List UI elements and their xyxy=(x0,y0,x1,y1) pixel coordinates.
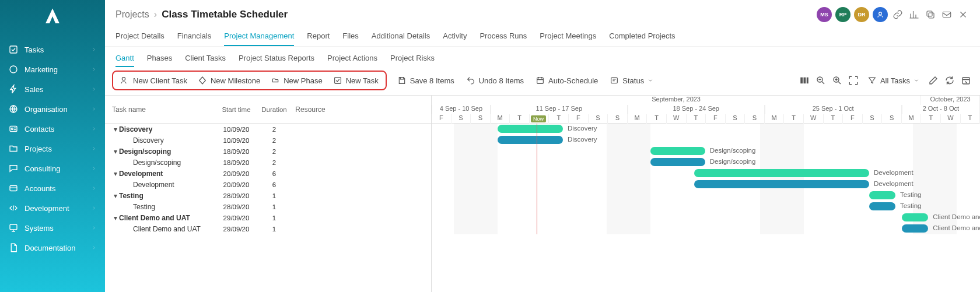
timeline-day: S xyxy=(471,114,491,124)
gantt-bar[interactable] xyxy=(869,191,895,199)
sidebar-item-development[interactable]: Development xyxy=(0,198,105,218)
tab-completed-projects[interactable]: Completed Projects xyxy=(609,28,675,46)
new-phase-button[interactable]: New Phase xyxy=(266,73,327,87)
gantt-bar[interactable] xyxy=(694,169,869,177)
task-row[interactable]: Testing28/09/201 xyxy=(105,201,431,212)
caret-down-icon[interactable]: ▾ xyxy=(112,214,119,222)
tab-additional-details[interactable]: Additional Details xyxy=(372,28,430,46)
gantt-bar-label: Client Demo and UAT xyxy=(933,213,980,220)
task-row[interactable]: ▾Design/scoping18/09/202 xyxy=(105,146,431,157)
sidebar-item-accounts[interactable]: Accounts xyxy=(0,178,105,198)
tab-activity[interactable]: Activity xyxy=(443,28,467,46)
timeline-row[interactable]: Testing xyxy=(432,201,980,212)
tab-client-tasks[interactable]: Client Tasks xyxy=(185,50,226,67)
zoom-out-icon[interactable] xyxy=(814,73,828,87)
gantt-timeline[interactable]: September, 2023October, 20234 Sep - 10 S… xyxy=(432,96,980,292)
avatar[interactable]: RP xyxy=(835,7,850,22)
sidebar-item-projects[interactable]: Projects xyxy=(0,139,105,159)
filter-dropdown[interactable]: All Tasks xyxy=(863,73,924,87)
tab-gantt[interactable]: Gantt xyxy=(116,50,134,67)
status-dropdown[interactable]: Status xyxy=(605,73,658,87)
tab-files[interactable]: Files xyxy=(342,28,358,46)
link-icon[interactable] xyxy=(891,8,904,21)
task-row[interactable]: Discovery10/09/202 xyxy=(105,135,431,146)
tab-project-management[interactable]: Project Management xyxy=(224,28,294,46)
timeline-row[interactable]: Discovery xyxy=(432,135,980,146)
caret-down-icon[interactable]: ▾ xyxy=(112,125,119,133)
mail-icon[interactable] xyxy=(940,8,953,21)
task-row[interactable]: ▾Testing28/09/201 xyxy=(105,190,431,201)
tab-project-actions[interactable]: Project Actions xyxy=(327,50,377,67)
caret-down-icon[interactable]: ▾ xyxy=(112,147,119,156)
sidebar-item-organisation[interactable]: Organisation xyxy=(0,99,105,119)
col-header-duration[interactable]: Duration xyxy=(257,106,292,113)
task-row[interactable]: ▾Client Demo and UAT29/09/201 xyxy=(105,212,431,223)
refresh-icon[interactable] xyxy=(943,73,957,87)
task-row[interactable]: ▾Development20/09/206 xyxy=(105,168,431,179)
new-task-button[interactable]: New Task xyxy=(328,73,383,87)
tab-project-details[interactable]: Project Details xyxy=(116,28,164,46)
new-client-task-button[interactable]: New Client Task xyxy=(116,73,192,87)
svg-rect-17 xyxy=(803,78,806,84)
gantt-bar[interactable] xyxy=(498,136,564,144)
gantt-bar[interactable] xyxy=(902,213,928,221)
col-header-name[interactable]: Task name xyxy=(105,105,216,114)
sidebar-item-sales[interactable]: Sales xyxy=(0,79,105,99)
timeline-day: T xyxy=(510,114,530,124)
undo-button[interactable]: Undo 8 Items xyxy=(461,73,528,87)
sidebar-item-marketing[interactable]: Marketing xyxy=(0,59,105,79)
task-row[interactable]: Development20/09/206 xyxy=(105,179,431,190)
new-milestone-button[interactable]: New Milestone xyxy=(193,73,265,87)
avatar[interactable]: DR xyxy=(854,7,869,22)
avatar[interactable] xyxy=(873,7,888,22)
tab-project-risks[interactable]: Project Risks xyxy=(390,50,435,67)
sidebar-item-tasks[interactable]: Tasks xyxy=(0,40,105,59)
gantt-bar[interactable] xyxy=(902,224,928,233)
gantt-bar[interactable] xyxy=(694,180,869,188)
columns-icon[interactable] xyxy=(797,73,811,87)
task-row[interactable]: Design/scoping18/09/202 xyxy=(105,157,431,168)
timeline-row[interactable]: Testing xyxy=(432,190,980,201)
edit-icon[interactable] xyxy=(926,73,940,87)
tab-project-status-reports[interactable]: Project Status Reports xyxy=(239,50,314,67)
gantt-bar[interactable] xyxy=(650,147,705,155)
sidebar-item-consulting[interactable]: Consulting xyxy=(0,159,105,178)
gantt-bar[interactable] xyxy=(650,158,705,166)
sidebar-item-documentation[interactable]: Documentation xyxy=(0,238,105,258)
timeline-row[interactable]: Discovery xyxy=(432,124,980,135)
close-icon[interactable] xyxy=(957,8,970,21)
task-row[interactable]: ▾Discovery10/09/202 xyxy=(105,124,431,135)
svg-rect-13 xyxy=(400,78,403,79)
chart-icon[interactable] xyxy=(908,8,921,21)
gantt-bar[interactable] xyxy=(869,202,895,210)
zoom-fit-icon[interactable] xyxy=(846,73,860,87)
col-header-resource[interactable]: Resource xyxy=(292,105,329,114)
auto-schedule-button[interactable]: Auto-Schedule xyxy=(531,73,603,87)
caret-down-icon[interactable]: ▾ xyxy=(112,170,119,178)
save-button[interactable]: Save 8 Items xyxy=(393,73,459,87)
timeline-row[interactable]: Client Demo and UAT xyxy=(432,223,980,234)
copy-icon[interactable] xyxy=(924,8,937,21)
timeline-body[interactable]: DiscoveryDiscoveryDesign/scopingDesign/s… xyxy=(432,124,980,234)
sidebar-item-contacts[interactable]: Contacts xyxy=(0,119,105,139)
tab-phases[interactable]: Phases xyxy=(147,50,172,67)
tab-report[interactable]: Report xyxy=(307,28,330,46)
today-icon[interactable] xyxy=(959,73,973,87)
tab-financials[interactable]: Financials xyxy=(177,28,212,46)
breadcrumb-root[interactable]: Projects xyxy=(116,9,149,20)
timeline-row[interactable]: Client Demo and UAT xyxy=(432,212,980,223)
gantt-bar-label: Development xyxy=(874,180,914,187)
tab-project-meetings[interactable]: Project Meetings xyxy=(540,28,596,46)
timeline-row[interactable]: Development xyxy=(432,168,980,179)
timeline-row[interactable]: Development xyxy=(432,179,980,190)
sidebar-item-systems[interactable]: Systems xyxy=(0,218,105,238)
caret-down-icon[interactable]: ▾ xyxy=(112,192,119,200)
timeline-row[interactable]: Design/scoping xyxy=(432,157,980,168)
timeline-row[interactable]: Design/scoping xyxy=(432,146,980,157)
avatar[interactable]: MS xyxy=(817,7,832,22)
task-row[interactable]: Client Demo and UAT29/09/201 xyxy=(105,223,431,234)
zoom-in-icon[interactable] xyxy=(830,73,844,87)
col-header-start[interactable]: Start time xyxy=(216,106,257,113)
tab-process-runs[interactable]: Process Runs xyxy=(480,28,527,46)
gantt-bar[interactable] xyxy=(498,125,564,133)
